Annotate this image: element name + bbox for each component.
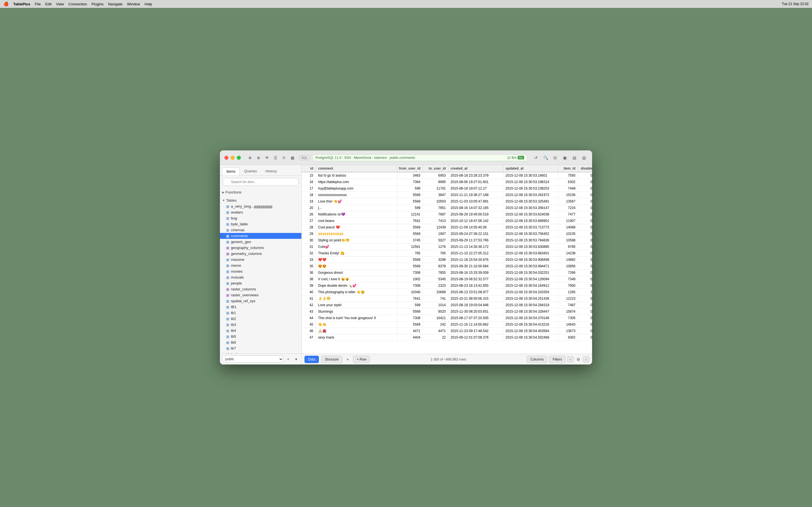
sidebar-item-tb6[interactable]: ▦ tb6 <box>220 339 301 345</box>
eye-icon[interactable]: 👁 <box>264 155 270 161</box>
structure-button[interactable]: Structure <box>321 356 342 363</box>
table-row[interactable]: 32 Thanks Emily! 😋 765 765 2015-11-10 22… <box>302 250 592 257</box>
sidebar-item-raster-overviews[interactable]: ▦ raster_overviews <box>220 292 301 298</box>
sidebar-item-movies[interactable]: ▦ movies <box>220 269 301 274</box>
sidebar-item-comments[interactable]: ▦ comments <box>220 233 301 239</box>
menubar-window[interactable]: Window <box>127 2 140 6</box>
add-row-button[interactable]: + <box>345 356 351 362</box>
layout3-icon[interactable]: ▥ <box>580 154 588 161</box>
sidebar-item-tb2[interactable]: ▦ tb2 <box>220 316 301 322</box>
table-row[interactable]: 35 😍😍 5569 8378 2015-09-30 21:10:00.684 … <box>302 263 592 270</box>
menubar-plugins[interactable]: Plugins <box>92 2 104 6</box>
tables-header[interactable]: ▼ Tables <box>220 198 301 203</box>
table-row[interactable]: 30 Styling on point👏😁 3745 5027 2015-09-… <box>302 237 592 244</box>
functions-header[interactable]: ▶ Functions <box>220 189 301 195</box>
columns-button[interactable]: Columns <box>527 356 547 363</box>
sidebar-item-raster-columns[interactable]: ▦ raster_columns <box>220 286 301 292</box>
prev-page-button[interactable]: ‹ <box>567 356 573 362</box>
menubar-edit[interactable]: Edit <box>45 2 51 6</box>
layout2-icon[interactable]: ▤ <box>571 154 578 161</box>
table-row[interactable]: 47 sexy maris 4404 22 2015-09-12 01:07:0… <box>302 334 592 341</box>
next-page-button[interactable]: › <box>583 356 589 362</box>
table-row[interactable]: 15 fsd \0 gs \0 asdsss 3463 6953 2015-08… <box>302 172 592 179</box>
sidebar-item-bug[interactable]: ▦ bug <box>220 215 301 221</box>
menubar-help[interactable]: Help <box>145 2 152 6</box>
table-row[interactable]: 41 👌👌😁 7641 741 2015-10-21 08:50:06.315 … <box>302 295 592 302</box>
table-row[interactable]: 27 cool beans 7641 7413 2015-10-12 18:47… <box>302 218 592 224</box>
table-row[interactable]: 28 Cool jeans! ❤️ 5569 12439 2015-11-09 … <box>302 224 592 231</box>
sidebar-item-tb5[interactable]: ▦ tb5 <box>220 334 301 339</box>
table-row[interactable]: 29 🙌🙌🙌🙌🙌🙌 5569 1907 2015-09-24 07:36:22.… <box>302 231 592 237</box>
copy-icon[interactable]: ⎘ <box>281 155 287 161</box>
sidebar-item-tB1[interactable]: ▦ tB1 <box>220 304 301 310</box>
table-row[interactable]: 46 🙏🌺 4471 4471 2015-11-23 09:17:48.542 … <box>302 328 592 334</box>
tab-history[interactable]: History <box>261 167 281 175</box>
sidebar-item-cinemas[interactable]: ▦ cinemas <box>220 227 301 233</box>
menubar-view[interactable]: View <box>56 2 64 6</box>
close-button[interactable] <box>224 156 229 160</box>
menubar-navigate[interactable]: Navigate <box>108 2 122 6</box>
layout1-icon[interactable]: ▣ <box>561 154 568 161</box>
sidebar-item-tb4[interactable]: ▦ tb4 <box>220 328 301 334</box>
sidebar-item-people[interactable]: ▦ people <box>220 280 301 286</box>
sidebar-item-tb7[interactable]: ▦ tb7 <box>220 345 301 351</box>
filters-button[interactable]: Filters <box>549 356 566 363</box>
table-row[interactable]: 17 huy@tableplusapp.com 599 11791 2015-0… <box>302 185 592 192</box>
add-schema-icon[interactable]: + <box>285 356 291 362</box>
search-icon[interactable]: 🔍 <box>542 154 549 161</box>
table-name: mutuals <box>231 275 244 279</box>
minimize-button[interactable] <box>231 156 235 160</box>
table-row[interactable]: 44 This shot is lush! You look gorgeous!… <box>302 315 592 321</box>
refresh-icon[interactable]: ↺ <box>532 154 540 161</box>
apple-icon[interactable]: 🍎 <box>3 1 9 6</box>
sidebar-item-mutuals[interactable]: ▦ mutuals <box>220 274 301 280</box>
split-view-icon[interactable]: ⊟ <box>552 154 559 161</box>
table-row[interactable]: 45 👏👏 5569 242 2015-11-16 11:14:00.862 2… <box>302 321 592 328</box>
schema-select[interactable]: public <box>222 355 283 363</box>
menubar-file[interactable]: File <box>35 2 41 6</box>
table-row[interactable]: 26 Notifications on💜 12141 7687 2015-08-… <box>302 211 592 218</box>
sidebar-item-meme[interactable]: ▦ meme <box>220 263 301 269</box>
table-row[interactable]: 31 Cute💕 12561 1276 2015-11-13 14:30:36.… <box>302 244 592 250</box>
tab-items[interactable]: Items <box>222 167 240 175</box>
row-button[interactable]: + Row <box>353 356 370 363</box>
sidebar-item-geometry-columns[interactable]: ▦ geometry_columns <box>220 251 301 257</box>
database-icon[interactable]: ⊕ <box>247 155 253 161</box>
sidebar-item-massive[interactable]: ▦ massive <box>220 257 301 263</box>
sidebar-item-testing[interactable]: ▦ testing <box>220 351 301 353</box>
cell-updated: 2015-12-08 15:30:54.502468 <box>503 334 558 341</box>
table-row[interactable]: 20 [... 599 7851 2015-08-16 14:07:32.165… <box>302 205 592 211</box>
sidebar-item-generic-geo[interactable]: ▦ generic_geo <box>220 239 301 245</box>
list-icon[interactable]: ☰ <box>272 155 278 161</box>
table-name: tb5 <box>231 334 236 339</box>
table-row[interactable]: 42 Love your style! 599 1014 2015-08-18 … <box>302 302 592 308</box>
sidebar-item-tb3[interactable]: ▦ tb3 <box>220 322 301 328</box>
col-header-id: id <box>302 165 316 172</box>
menubar-tableplus[interactable]: TablePlus <box>13 2 30 6</box>
table-row[interactable]: 18 sssssssssssssssss 5569 3847 2015-11-2… <box>302 192 592 198</box>
table-row[interactable]: 19 Love this! 👏💕 5569 10503 2015-11-03 1… <box>302 198 592 205</box>
table-row[interactable]: 43 Stunnings 5569 8520 2015-11-30 08:20:… <box>302 308 592 315</box>
sidebar-item-geography-columns[interactable]: ▦ geography_columns <box>220 245 301 251</box>
maximize-button[interactable] <box>237 156 241 160</box>
table-row[interactable]: 40 This photography is killer 👋🤤 10340 1… <box>302 289 592 295</box>
cell-updated: 2015-12-08 15:30:53.198314 <box>503 179 558 185</box>
sidebar-item-avatars[interactable]: ▦ avatars <box>220 209 301 215</box>
table-row[interactable]: 33 ❤️❤️ 5569 3299 2015-11-18 15:54:20.67… <box>302 257 592 263</box>
tab-queries[interactable]: Queries <box>240 167 261 175</box>
table-row[interactable]: 39 Dope double denim 🍾💕 7308 2323 2015-0… <box>302 283 592 289</box>
sidebar-item-byte-table[interactable]: ▦ byte_table <box>220 221 301 227</box>
more-schema-icon[interactable]: ▾ <box>293 356 299 362</box>
table-row[interactable]: 38 V cool, i love it 😸😸 1002 5345 2015-0… <box>302 276 592 283</box>
sidebar-item-spatial-ref-sys[interactable]: ▦ spatial_ref_sys <box>220 298 301 304</box>
menubar-connection[interactable]: Connection <box>68 2 87 6</box>
settings-icon[interactable]: ⚙ <box>575 356 581 362</box>
sidebar-item-tb1[interactable]: ▦ tb1 <box>220 310 301 316</box>
data-button[interactable]: Data <box>305 356 319 363</box>
sidebar-item-a-very-long---ggggggggg[interactable]: ▦ a_very_long...ggggggggg <box>220 203 301 209</box>
table-row[interactable]: 16 https://tableplus.com 7364 8995 2015-… <box>302 179 592 185</box>
table-icon[interactable]: ▦ <box>289 155 296 161</box>
close-tab-icon[interactable]: ⊗ <box>255 155 262 161</box>
search-input[interactable] <box>223 178 299 186</box>
table-row[interactable]: 36 Gorgeous dress! 7308 7855 2015-08-16 … <box>302 270 592 276</box>
